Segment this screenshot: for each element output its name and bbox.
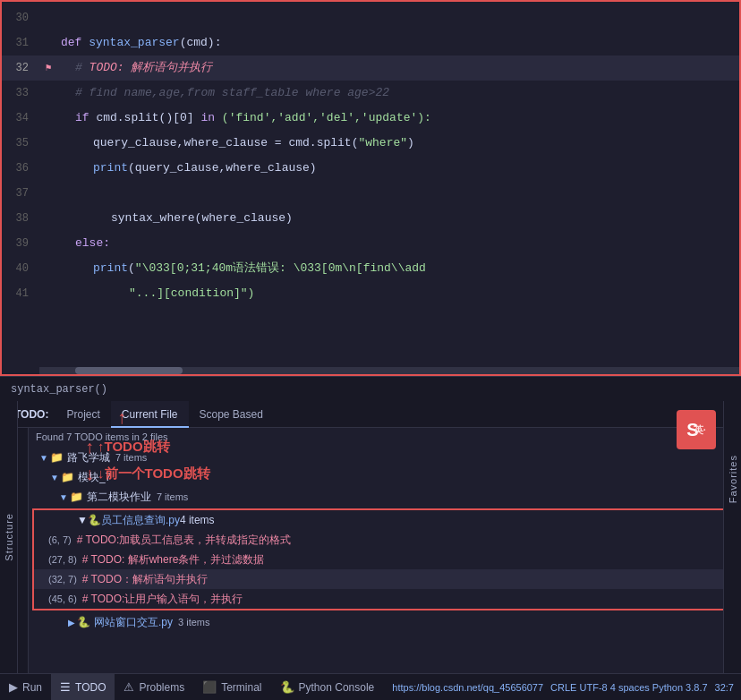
line-num-36: 36 bbox=[2, 156, 39, 181]
tree-file[interactable]: ▼ 🐍 员工信息查询.py 4 items bbox=[34, 510, 736, 530]
todo-detail-3[interactable]: (45, 6) # TODO:让用户输入语句，并执行 bbox=[34, 589, 736, 609]
code-line-31: 31 def syntax_parser(cmd): bbox=[2, 30, 739, 55]
code-line-38: 38 syntax_where(where_clause) bbox=[2, 206, 739, 231]
tree-module2[interactable]: ▼ 📁 第二模块作业 7 items bbox=[29, 487, 741, 507]
problems-button[interactable]: ⚠ Problems bbox=[115, 674, 193, 701]
favorites-label: Favorites bbox=[728, 455, 738, 503]
todo-panel: TODO: Project Current File Scope Based ↑… bbox=[0, 401, 741, 673]
todo-detail-0[interactable]: (6, 7) # TODO:加载员工信息表，并转成指定的格式 bbox=[34, 530, 736, 550]
line-num-37: 37 bbox=[2, 181, 39, 206]
problems-icon: ⚠ bbox=[124, 680, 134, 694]
code-line-39: 39 else: bbox=[2, 231, 739, 256]
python-file-icon: 🐍 bbox=[88, 514, 101, 526]
code-line-32: 32 ⚑ # TODO: 解析语句并执行 bbox=[2, 55, 739, 81]
code-line-35: 35 query_clause,where_clause = cmd.split… bbox=[2, 131, 739, 156]
line-num-32: 32 bbox=[2, 55, 39, 81]
python-console-button[interactable]: 🐍 Python Console bbox=[271, 674, 384, 701]
todo-content: ↑ ↓ ⚙ ⊞ ⊟ ⇅ ⊞ + − Found 7 TODO items in … bbox=[0, 428, 741, 673]
line-num-35: 35 bbox=[2, 131, 39, 156]
terminal-icon: ⬛ bbox=[202, 680, 217, 694]
line-num-39: 39 bbox=[2, 231, 39, 256]
status-left: ▶ Run ☰ TODO ⚠ Problems ⬛ Terminal 🐍 Pyt… bbox=[0, 674, 383, 701]
terminal-button[interactable]: ⬛ Terminal bbox=[193, 674, 270, 701]
line-num-38: 38 bbox=[2, 206, 39, 231]
arrow-icon: ▼ bbox=[39, 453, 48, 463]
code-line-34: 34 if cmd.split()[0] in ('find','add','d… bbox=[2, 106, 739, 131]
line-num-41: 41 bbox=[2, 281, 39, 306]
arrow-icon-m1: ▼ bbox=[50, 473, 59, 482]
todo-info-bar: Found 7 TODO items in 2 files bbox=[29, 428, 741, 446]
todo-tab-bar: TODO: Project Current File Scope Based bbox=[0, 401, 741, 428]
right-panel: Found 7 TODO items in 2 files ▼ 📁 路飞学城 7… bbox=[29, 428, 741, 673]
tab-current-file[interactable]: Current File bbox=[111, 401, 189, 428]
structure-label: Structure bbox=[4, 513, 14, 561]
url-info: https://blog.csdn.net/qq_45656077 bbox=[392, 682, 543, 693]
code-line-36: 36 print(query_clause,where_clause) bbox=[2, 156, 739, 181]
tree-root[interactable]: ▼ 📁 路飞学城 7 items bbox=[29, 448, 741, 467]
code-line-37: 37 bbox=[2, 181, 739, 206]
code-line-40: 40 print("\033[0;31;40m语法错误: \033[0m\n[f… bbox=[2, 256, 739, 281]
breadcrumb: syntax_parser() bbox=[11, 383, 107, 396]
horizontal-scrollbar[interactable] bbox=[39, 367, 739, 374]
encoding-info: CRLE UTF-8 4 spaces Python 3.8.7 bbox=[550, 682, 707, 693]
todo-detail-1[interactable]: (27, 8) # TODO: 解析where条件，并过滤数据 bbox=[34, 550, 736, 569]
status-bar: ▶ Run ☰ TODO ⚠ Problems ⬛ Terminal 🐍 Pyt… bbox=[0, 673, 741, 700]
arrow-icon-m2: ▼ bbox=[59, 492, 68, 502]
folder-icon-m1: 📁 bbox=[61, 471, 74, 483]
code-lines: 30 31 def syntax_parser(cmd): 32 ⚑ # TOD… bbox=[2, 2, 739, 310]
arrow-icon-file: ▼ bbox=[77, 514, 88, 526]
run-button[interactable]: ▶ Run bbox=[0, 674, 51, 701]
run-icon: ▶ bbox=[9, 680, 18, 694]
python-console-icon: 🐍 bbox=[280, 680, 294, 694]
tab-scope-based[interactable]: Scope Based bbox=[189, 401, 274, 428]
position-info: 32:7 bbox=[715, 682, 734, 693]
favorites-sidebar: Favorites bbox=[723, 401, 741, 673]
folder-icon: 📁 bbox=[50, 451, 64, 464]
todo-button[interactable]: ☰ TODO bbox=[51, 674, 115, 701]
code-line-30: 30 bbox=[2, 5, 739, 30]
code-line-33: 33 # find name,age,from staff_table wher… bbox=[2, 81, 739, 106]
structure-sidebar: Structure bbox=[0, 401, 18, 673]
line-num-31: 31 bbox=[2, 30, 39, 55]
tree-view[interactable]: ▼ 📁 路飞学城 7 items ▼ 📁 模块_7 ▼ 📁 bbox=[29, 446, 741, 673]
run-label: Run bbox=[22, 681, 42, 694]
tree-module1[interactable]: ▼ 📁 模块_7 bbox=[29, 467, 741, 487]
tab-project[interactable]: Project bbox=[55, 401, 110, 428]
line-num-34: 34 bbox=[2, 106, 39, 131]
tree-extra-file[interactable]: ▶ 🐍 网站窗口交互.py 3 items bbox=[29, 612, 741, 632]
todo-icon: ☰ bbox=[60, 680, 71, 694]
todo-label: TODO bbox=[75, 681, 106, 694]
line-num-30: 30 bbox=[2, 5, 39, 30]
line-num-33: 33 bbox=[2, 81, 39, 106]
python-extra-icon: 🐍 bbox=[77, 616, 90, 628]
folder-icon-m2: 📁 bbox=[70, 491, 83, 503]
code-editor: 30 31 def syntax_parser(cmd): 32 ⚑ # TOD… bbox=[0, 0, 741, 376]
todo-detail-2[interactable]: (32, 7) # TODO：解析语句并执行 bbox=[34, 569, 736, 589]
breadcrumb-bar: syntax_parser() bbox=[0, 376, 741, 401]
arrow-icon-extra: ▶ bbox=[68, 618, 75, 627]
todo-items-box: ▼ 🐍 员工信息查询.py 4 items (6, 7) # TODO:加载员工… bbox=[32, 508, 737, 610]
scrollbar-thumb[interactable] bbox=[75, 367, 183, 374]
problems-label: Problems bbox=[139, 681, 184, 694]
line-num-40: 40 bbox=[2, 256, 39, 281]
s-logo: S英· bbox=[677, 410, 716, 449]
status-right: https://blog.csdn.net/qq_45656077 CRLE U… bbox=[392, 682, 741, 693]
terminal-label: Terminal bbox=[221, 681, 261, 694]
python-console-label: Python Console bbox=[299, 681, 375, 694]
code-line-41: 41 "...][condition]") bbox=[2, 281, 739, 306]
